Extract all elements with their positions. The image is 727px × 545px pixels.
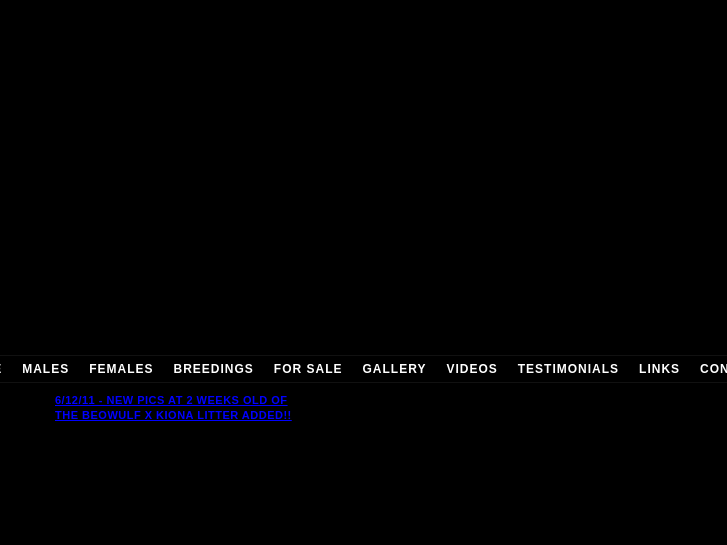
nav-item-links[interactable]: LINKS (629, 362, 690, 376)
news-link-line2[interactable]: THE BEOWULF X KIONA LITTER ADDED!! (55, 408, 672, 423)
content-area: 6/12/11 - NEW PICS AT 2 WEEKS OLD OF THE… (0, 383, 727, 545)
nav-item-contact[interactable]: CONTACT (690, 362, 727, 376)
nav-item-videos[interactable]: VIDEOS (436, 362, 507, 376)
nav-item-home[interactable]: HOME (0, 362, 12, 376)
nav-item-gallery[interactable]: GALLERY (353, 362, 437, 376)
nav-item-females[interactable]: FEMALES (79, 362, 163, 376)
nav-item-testimonials[interactable]: TESTIMONIALS (508, 362, 629, 376)
nav-item-for-sale[interactable]: FOR SALE (264, 362, 353, 376)
nav-item-males[interactable]: MALES (12, 362, 79, 376)
header-image-area (0, 0, 727, 355)
navigation-bar: HOME MALES FEMALES BREEDINGS FOR SALE GA… (0, 355, 727, 383)
nav-item-breedings[interactable]: BREEDINGS (163, 362, 263, 376)
main-container: HOME MALES FEMALES BREEDINGS FOR SALE GA… (0, 0, 727, 545)
news-link-line1[interactable]: 6/12/11 - NEW PICS AT 2 WEEKS OLD OF (55, 393, 672, 408)
